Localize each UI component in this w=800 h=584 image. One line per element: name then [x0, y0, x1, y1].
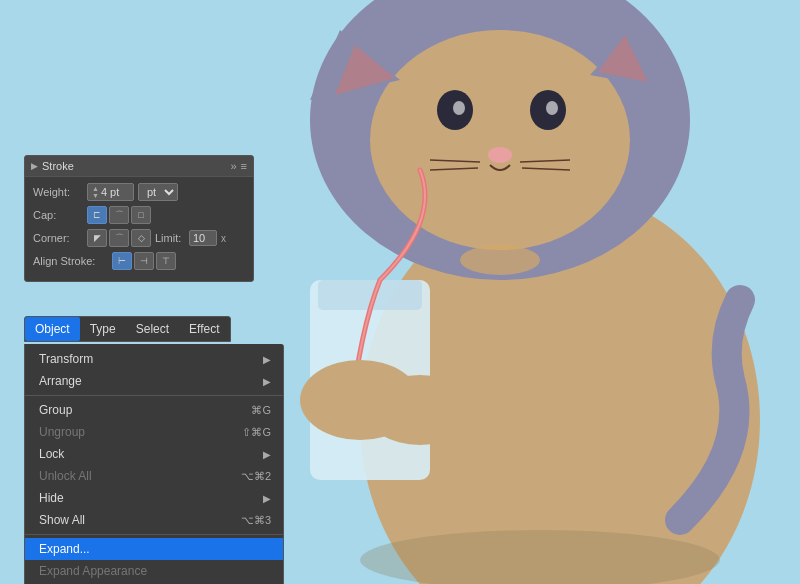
stroke-align-label: Align Stroke: [33, 255, 108, 267]
stroke-panel-body: Weight: ▲▼ pt Cap: ⊏ ⌒ □ Corner: ◤ [25, 177, 253, 281]
menu-item-show-all[interactable]: Show All ⌥⌘3 [25, 509, 283, 531]
svg-point-3 [370, 30, 630, 250]
corner-miter-button[interactable]: ◤ [87, 229, 107, 247]
menu-item-transform-arrow: ▶ [263, 354, 271, 365]
stroke-weight-input-group: ▲▼ [87, 183, 134, 201]
stroke-align-row: Align Stroke: ⊢ ⊣ ⊤ [33, 252, 245, 270]
stroke-corner-buttons: ◤ ⌒ ◇ [87, 229, 151, 247]
menu-item-show-all-label: Show All [39, 513, 85, 527]
menu-item-show-all-shortcut: ⌥⌘3 [241, 514, 271, 527]
stroke-cap-buttons: ⊏ ⌒ □ [87, 206, 151, 224]
menu-item-expand-label: Expand... [39, 542, 90, 556]
stroke-weight-row: Weight: ▲▼ pt [33, 183, 245, 201]
menu-divider-1 [25, 395, 283, 396]
stroke-collapse-arrow[interactable]: ▶ [31, 161, 38, 171]
menu-item-expand-appearance[interactable]: Expand Appearance [25, 560, 283, 582]
menu-item-ungroup-label: Ungroup [39, 425, 85, 439]
stroke-panel-label: Stroke [42, 160, 74, 172]
menu-item-transform-label: Transform [39, 352, 93, 366]
menu-item-unlock-all-label: Unlock All [39, 469, 92, 483]
stroke-limit-x: x [221, 233, 226, 244]
align-inside-button[interactable]: ⊣ [134, 252, 154, 270]
menu-item-lock-label: Lock [39, 447, 64, 461]
menu-item-ungroup[interactable]: Ungroup ⇧⌘G [25, 421, 283, 443]
menu-item-expand-appearance-label: Expand Appearance [39, 564, 147, 578]
dropdown-menu: Transform ▶ Arrange ▶ Group ⌘G Ungroup ⇧… [24, 344, 284, 584]
stroke-weight-spinners[interactable]: ▲▼ [92, 185, 99, 199]
menu-bar-select[interactable]: Select [126, 317, 179, 341]
menu-item-hide-arrow: ▶ [263, 493, 271, 504]
stroke-cap-row: Cap: ⊏ ⌒ □ [33, 206, 245, 224]
corner-bevel-button[interactable]: ◇ [131, 229, 151, 247]
stroke-cap-label: Cap: [33, 209, 83, 221]
stroke-limit-input[interactable] [189, 230, 217, 246]
svg-point-11 [453, 101, 465, 115]
menu-item-unlock-all[interactable]: Unlock All ⌥⌘2 [25, 465, 283, 487]
stroke-expand-icon[interactable]: » [230, 160, 236, 172]
menu-item-hide-label: Hide [39, 491, 64, 505]
menu-item-arrange-arrow: ▶ [263, 376, 271, 387]
stroke-weight-label: Weight: [33, 186, 83, 198]
cap-square-button[interactable]: □ [131, 206, 151, 224]
stroke-weight-input[interactable] [101, 186, 129, 198]
corner-round-button[interactable]: ⌒ [109, 229, 129, 247]
stroke-panel-title: ▶ Stroke [31, 160, 74, 172]
align-outside-button[interactable]: ⊤ [156, 252, 176, 270]
menu-item-group-label: Group [39, 403, 72, 417]
menu-item-lock-arrow: ▶ [263, 449, 271, 460]
menu-item-arrange[interactable]: Arrange ▶ [25, 370, 283, 392]
stroke-panel: ▶ Stroke » ≡ Weight: ▲▼ pt Cap: ⊏ ⌒ [24, 155, 254, 282]
stroke-corner-row: Corner: ◤ ⌒ ◇ Limit: x [33, 229, 245, 247]
stroke-panel-controls: » ≡ [230, 160, 247, 172]
menu-item-expand[interactable]: Expand... [25, 538, 283, 560]
menu-bar-object[interactable]: Object [25, 317, 80, 341]
menu-item-hide[interactable]: Hide ▶ [25, 487, 283, 509]
svg-point-22 [460, 245, 540, 275]
cap-round-button[interactable]: ⌒ [109, 206, 129, 224]
menu-item-transform[interactable]: Transform ▶ [25, 348, 283, 370]
menu-item-group-shortcut: ⌘G [251, 404, 271, 417]
align-center-button[interactable]: ⊢ [112, 252, 132, 270]
menu-bar: Object Type Select Effect [24, 316, 231, 342]
svg-point-12 [546, 101, 558, 115]
menu-item-ungroup-shortcut: ⇧⌘G [242, 426, 271, 439]
stroke-weight-unit[interactable]: pt [138, 183, 178, 201]
menu-item-arrange-label: Arrange [39, 374, 82, 388]
menu-item-unlock-all-shortcut: ⌥⌘2 [241, 470, 271, 483]
menu-divider-2 [25, 534, 283, 535]
stroke-corner-label: Corner: [33, 232, 83, 244]
stroke-align-buttons: ⊢ ⊣ ⊤ [112, 252, 176, 270]
menu-bar-type[interactable]: Type [80, 317, 126, 341]
svg-point-8 [488, 147, 512, 163]
cap-butt-button[interactable]: ⊏ [87, 206, 107, 224]
svg-point-20 [365, 375, 475, 445]
stroke-limit-label: Limit: [155, 232, 185, 244]
menu-item-group[interactable]: Group ⌘G [25, 399, 283, 421]
stroke-panel-header: ▶ Stroke » ≡ [25, 156, 253, 177]
stroke-menu-icon[interactable]: ≡ [241, 160, 247, 172]
menu-bar-effect[interactable]: Effect [179, 317, 229, 341]
menu-item-lock[interactable]: Lock ▶ [25, 443, 283, 465]
